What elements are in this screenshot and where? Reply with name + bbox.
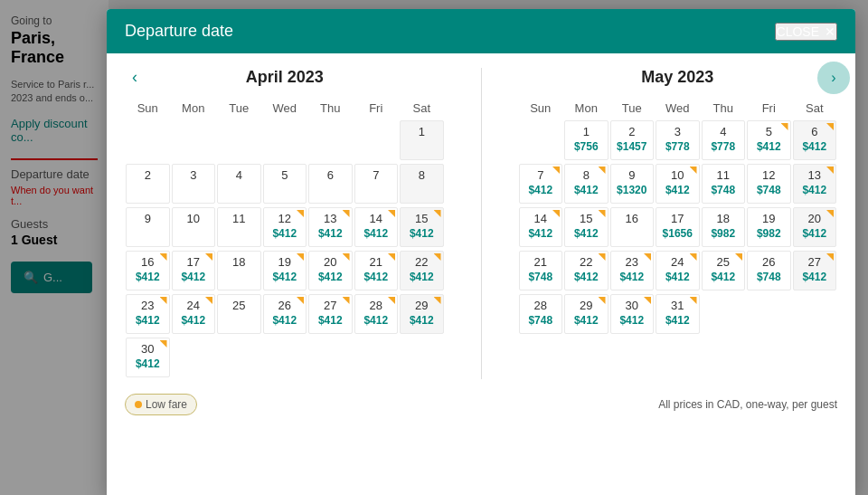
day-cell[interactable]: 14$412 <box>354 207 399 247</box>
day-cell[interactable]: 12$748 <box>747 164 791 204</box>
table-row <box>307 336 354 379</box>
table-row <box>354 119 400 162</box>
april-header: ‹ April 2023 <box>125 68 445 87</box>
day-cell[interactable]: 9 <box>126 207 170 247</box>
day-cell[interactable]: 18$982 <box>702 207 746 247</box>
day-cell[interactable]: 10$412 <box>656 164 700 204</box>
day-cell[interactable]: 14$412 <box>519 207 563 247</box>
day-number: 24 <box>671 254 684 271</box>
day-cell[interactable]: 19$412 <box>263 251 307 290</box>
day-price: $412 <box>136 271 160 283</box>
day-price: $412 <box>802 227 826 240</box>
day-cell[interactable]: 6$412 <box>793 120 837 160</box>
day-cell[interactable]: 15$412 <box>400 207 444 247</box>
day-cell[interactable]: 16 <box>610 207 655 247</box>
day-cell[interactable]: 10 <box>172 207 216 247</box>
day-price: $412 <box>410 314 434 327</box>
day-cell[interactable]: 8$412 <box>564 164 609 204</box>
day-cell[interactable]: 2 <box>126 164 170 204</box>
day-cell[interactable]: 16$412 <box>126 251 170 290</box>
day-header: Sat <box>399 98 445 119</box>
day-cell[interactable]: 27$412 <box>793 251 837 290</box>
day-cell[interactable]: 8 <box>400 164 444 204</box>
day-number: 27 <box>808 254 821 271</box>
table-row: 16$412 <box>125 249 171 292</box>
day-cell[interactable]: 2$1457 <box>610 120 655 160</box>
table-row <box>792 292 838 336</box>
day-cell[interactable]: 27$412 <box>308 294 353 334</box>
calendars-container: ‹ April 2023 SunMonTueWedThuFriSat 12345… <box>107 53 855 386</box>
day-cell[interactable]: 11$748 <box>702 164 746 204</box>
day-number: 1 <box>583 124 590 140</box>
table-row: 29$412 <box>563 292 609 336</box>
day-cell[interactable]: 26$748 <box>747 251 791 290</box>
day-cell[interactable]: 13$412 <box>308 207 353 247</box>
table-row: 23$412 <box>609 249 656 292</box>
day-cell[interactable]: 17$1656 <box>656 207 700 247</box>
day-cell[interactable]: 29$412 <box>400 294 444 334</box>
day-cell[interactable]: 3$778 <box>656 120 700 160</box>
day-cell[interactable]: 5 <box>263 164 307 204</box>
day-number: 30 <box>141 341 154 357</box>
table-row: 15$412 <box>563 205 609 249</box>
day-price: $412 <box>363 227 388 240</box>
day-cell[interactable]: 11 <box>217 207 261 247</box>
day-header: Fri <box>354 98 400 119</box>
day-cell[interactable]: 15$412 <box>564 207 609 247</box>
day-cell[interactable]: 23$412 <box>126 294 170 334</box>
day-cell[interactable]: 30$412 <box>126 338 170 377</box>
day-cell[interactable]: 23$412 <box>610 251 655 290</box>
low-fare-label: Low fare <box>146 398 187 411</box>
day-number: 20 <box>808 211 821 227</box>
day-cell[interactable]: 1 <box>400 120 444 160</box>
close-button[interactable]: CLOSE ✕ <box>775 23 837 41</box>
day-cell[interactable]: 21$748 <box>519 251 563 290</box>
table-row: 17$1656 <box>655 205 701 249</box>
day-cell[interactable]: 20$412 <box>793 207 837 247</box>
day-cell[interactable]: 13$412 <box>793 164 837 204</box>
day-cell[interactable]: 4 <box>217 164 261 204</box>
day-number: 26 <box>278 298 291 314</box>
day-cell[interactable]: 3 <box>172 164 216 204</box>
day-price: $1457 <box>617 140 646 153</box>
day-cell[interactable]: 30$412 <box>610 294 655 334</box>
day-cell[interactable]: 29$412 <box>564 294 609 334</box>
day-cell[interactable]: 7 <box>354 164 399 204</box>
table-row: 13$412 <box>307 205 354 249</box>
day-cell[interactable]: 5$412 <box>747 120 791 160</box>
day-cell[interactable]: 22$412 <box>400 251 444 290</box>
day-cell[interactable]: 6 <box>308 164 353 204</box>
prev-month-button[interactable]: ‹ <box>125 64 145 90</box>
day-cell[interactable]: 24$412 <box>172 294 216 334</box>
day-cell[interactable]: 9$1320 <box>610 164 655 204</box>
table-row: 9$1320 <box>609 162 656 205</box>
day-cell[interactable]: 25 <box>217 294 261 334</box>
day-cell[interactable]: 26$412 <box>263 294 307 334</box>
day-cell[interactable]: 17$412 <box>172 251 216 290</box>
day-cell[interactable]: 12$412 <box>263 207 307 247</box>
day-cell[interactable]: 28$412 <box>354 294 399 334</box>
day-price: $412 <box>136 357 160 370</box>
day-header: Sun <box>125 98 171 119</box>
day-cell[interactable]: 19$982 <box>747 207 791 247</box>
day-cell[interactable]: 21$412 <box>354 251 399 290</box>
day-cell[interactable]: 4$778 <box>702 120 746 160</box>
day-cell[interactable]: 22$412 <box>564 251 609 290</box>
day-header: Sun <box>518 98 564 119</box>
table-row: 13$412 <box>792 162 838 205</box>
day-number: 15 <box>580 211 592 227</box>
day-number: 29 <box>415 298 428 314</box>
day-price: $748 <box>757 184 781 196</box>
day-cell[interactable]: 18 <box>217 251 261 290</box>
next-month-button[interactable]: › <box>817 62 850 94</box>
day-cell[interactable]: 1$756 <box>564 120 609 160</box>
day-number: 14 <box>370 211 382 227</box>
day-cell[interactable]: 20$412 <box>308 251 353 290</box>
table-row: 27$412 <box>307 292 354 336</box>
day-cell[interactable]: 7$412 <box>519 164 563 204</box>
table-row: 6$412 <box>792 119 838 162</box>
day-cell[interactable]: 28$748 <box>519 294 563 334</box>
day-cell[interactable]: 31$412 <box>656 294 700 334</box>
day-cell[interactable]: 25$412 <box>702 251 746 290</box>
day-cell[interactable]: 24$412 <box>656 251 700 290</box>
